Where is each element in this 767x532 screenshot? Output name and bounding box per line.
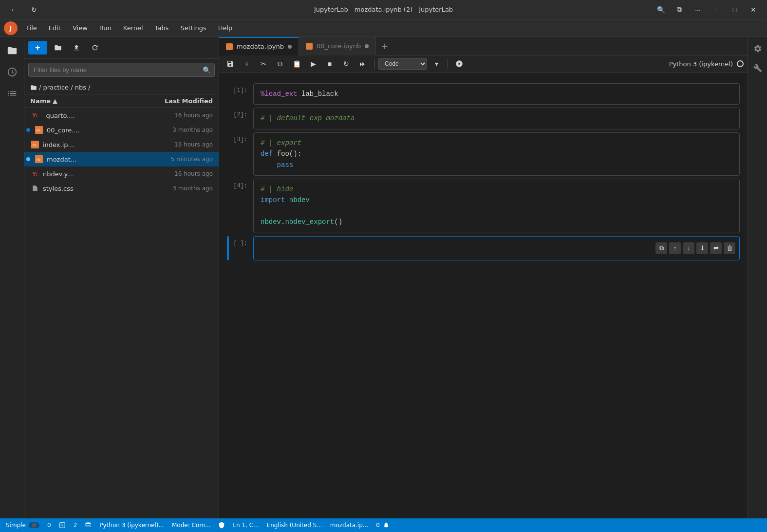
save-button[interactable] [223, 57, 238, 70]
status-language[interactable]: English (United S... [267, 522, 322, 529]
tab-label: 00_core.ipynb [317, 42, 361, 50]
stop-button[interactable]: ■ [322, 57, 337, 70]
dock-button[interactable]: ⧉ [672, 3, 687, 17]
list-item[interactable]: nb 00_core.... 3 months ago [24, 123, 219, 137]
cell-content-active[interactable]: ⧉ ↑ ↓ ⬇ ⇌ 🗑 [253, 236, 740, 260]
window-controls: 🔍 ⧉ ··· − □ ✕ [653, 3, 761, 17]
back-button[interactable]: ← [6, 3, 21, 17]
run-button[interactable]: ▶ [306, 57, 320, 70]
refresh-files-button[interactable] [87, 41, 103, 55]
list-item[interactable]: nb mozdat... 5 minutes ago [24, 152, 219, 166]
list-item[interactable]: styles.css 3 months ago [24, 181, 219, 196]
status-mode[interactable]: Mode: Com... [172, 522, 210, 529]
menu-help[interactable]: Help [213, 22, 238, 34]
tab-core[interactable]: 00_core.ipynb [299, 37, 376, 55]
menu-kernel[interactable]: Kernel [118, 22, 148, 34]
cut-button[interactable]: ✂ [256, 57, 271, 70]
status-notifications[interactable]: 0 [376, 522, 390, 529]
kernel-indicator: Python 3 (ipykernel) [669, 60, 744, 68]
refresh-button[interactable]: ↻ [26, 3, 42, 17]
more-button[interactable]: ··· [690, 3, 706, 17]
cell-move-down-btn[interactable]: ↓ [683, 242, 694, 254]
close-button[interactable]: ✕ [746, 3, 761, 17]
status-filename[interactable]: mozdata.ip... [330, 522, 369, 529]
wrench-icon[interactable] [750, 60, 766, 76]
menu-run[interactable]: Run [94, 22, 116, 34]
menu-view[interactable]: View [68, 22, 93, 34]
code-area: %load_ext lab_black [254, 84, 739, 104]
restart-button[interactable]: ↻ [339, 57, 354, 70]
cell-3: [3]: # | export def foo(): pass [227, 132, 740, 176]
code-area-empty: ⧉ ↑ ↓ ⬇ ⇌ 🗑 [254, 236, 317, 260]
settings-icon[interactable] [750, 41, 766, 56]
menu-tabs[interactable]: Tabs [150, 22, 174, 34]
cell-add-btn[interactable]: ⬇ [696, 242, 708, 254]
status-screenshot[interactable]: $ [59, 522, 66, 529]
simple-label: Simple [6, 522, 26, 529]
menu-settings[interactable]: Settings [175, 22, 211, 34]
counter-1-value: 0 [47, 522, 51, 529]
new-file-button[interactable]: + [28, 41, 47, 55]
cell-content[interactable]: # | default_exp mozdata [253, 108, 740, 129]
status-simple[interactable]: Simple [6, 522, 39, 529]
status-line-col[interactable]: Ln 1, C... [233, 522, 259, 529]
cell-delete-btn[interactable]: 🗑 [724, 242, 735, 254]
cell-merge-btn[interactable]: ⇌ [710, 242, 722, 254]
file-modified: 16 hours ago [150, 141, 213, 148]
svg-text:$: $ [61, 524, 63, 527]
list-item[interactable]: Y: nbdev.y... 16 hours ago [24, 166, 219, 181]
status-kernel[interactable]: Python 3 (ipykernel)... [99, 522, 164, 529]
search-input[interactable] [28, 63, 215, 77]
tab-modified-dot [288, 45, 292, 49]
menu-file[interactable]: File [21, 22, 42, 34]
minimize-button[interactable]: − [709, 3, 724, 17]
tab-label: mozdata.ipynb [237, 43, 284, 50]
column-modified-header[interactable]: Last Modified [150, 97, 213, 105]
search-button[interactable]: 🔍 [653, 3, 669, 17]
toolbar-separator [374, 59, 374, 69]
cell-2: [2]: # | default_exp mozdata [227, 108, 740, 129]
cell-type-chevron[interactable]: ▾ [429, 57, 444, 70]
cell-content[interactable]: %load_ext lab_black [253, 83, 740, 105]
open-folder-button[interactable] [50, 41, 66, 55]
screenshot-icon: $ [59, 522, 66, 529]
maximize-button[interactable]: □ [727, 3, 743, 17]
cell-number: [4]: [229, 179, 253, 233]
status-counter-2[interactable]: 2 [74, 522, 77, 529]
fast-forward-button[interactable]: ⏭ [355, 57, 370, 70]
list-item[interactable]: nb index.ip... 16 hours ago [24, 137, 219, 152]
add-cell-button[interactable]: + [240, 57, 254, 70]
shield-icon [218, 522, 225, 529]
column-name-header[interactable]: Name ▲ [30, 97, 150, 105]
cell-move-up-btn[interactable]: ↑ [669, 242, 681, 254]
cell-copy-btn[interactable]: ⧉ [655, 242, 667, 254]
file-modified: 16 hours ago [150, 112, 213, 119]
svg-rect-8 [306, 43, 312, 49]
breadcrumb: / practice / nbs / [24, 81, 219, 94]
notebook-content[interactable]: [1]: %load_ext lab_black [2]: # | defaul… [219, 73, 748, 518]
tab-mozdata[interactable]: mozdata.ipynb [219, 37, 299, 55]
paste-button[interactable]: 📋 [289, 57, 304, 70]
cell-content[interactable]: # | export def foo(): pass [253, 132, 740, 176]
simple-toggle[interactable] [29, 522, 39, 528]
cell-type-select[interactable]: Code Markdown Raw [378, 58, 427, 70]
activity-list-icon[interactable] [2, 84, 22, 103]
file-list: Y: _quarto.... 16 hours ago nb 00_core..… [24, 108, 219, 518]
activity-files-icon[interactable] [2, 41, 22, 60]
yaml-icon: Y: [30, 110, 40, 120]
status-db-icon[interactable] [85, 522, 92, 529]
svg-point-11 [86, 522, 91, 524]
cell-number: [ ]: [229, 236, 253, 260]
menu-edit[interactable]: Edit [44, 22, 66, 34]
status-shield[interactable] [218, 522, 225, 529]
add-tab-button[interactable]: + [376, 37, 393, 55]
activity-circle-icon[interactable] [2, 62, 22, 82]
line-col-text: Ln 1, C... [233, 522, 259, 529]
copy-button[interactable]: ⧉ [273, 57, 287, 70]
active-dot [26, 157, 30, 161]
status-counter-1[interactable]: 0 [47, 522, 51, 529]
cell-content[interactable]: # | hide import nbdev nbdev.nbdev_export… [253, 179, 740, 233]
upload-button[interactable] [69, 41, 84, 55]
kernel-button[interactable] [452, 57, 467, 70]
list-item[interactable]: Y: _quarto.... 16 hours ago [24, 108, 219, 123]
